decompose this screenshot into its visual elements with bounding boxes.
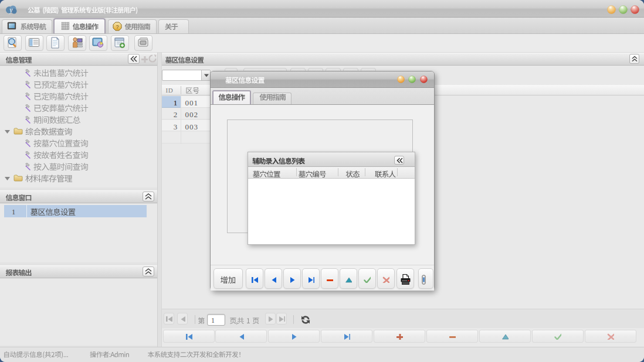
- svg-text:y: y: [9, 6, 13, 14]
- svg-text:?: ?: [116, 23, 118, 29]
